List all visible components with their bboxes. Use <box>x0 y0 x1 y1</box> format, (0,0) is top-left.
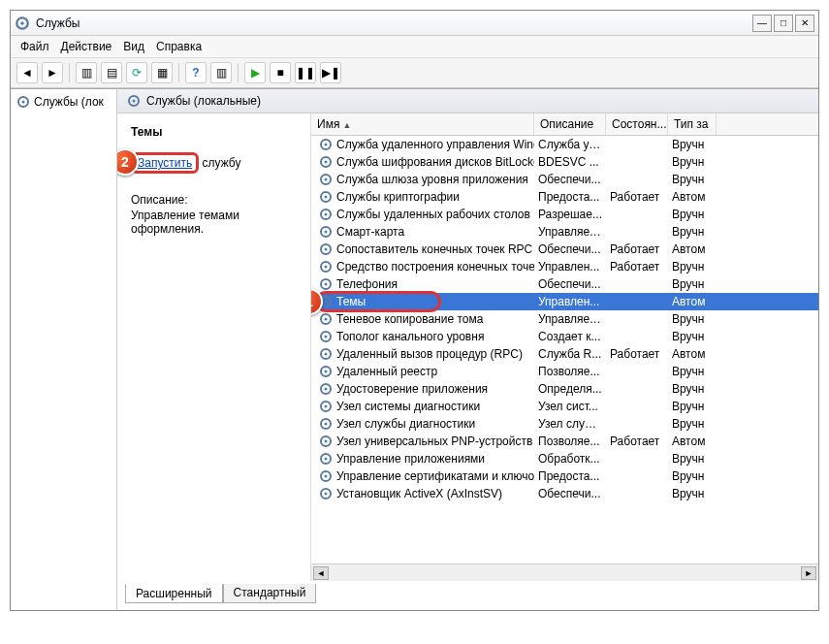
window-title: Службы <box>36 16 752 30</box>
column-name[interactable]: Имя▲ <box>311 113 534 135</box>
menubar: Файл Действие Вид Справка <box>11 36 818 58</box>
table-row[interactable]: Узел службы диагностикиУзел служ...Вручн <box>311 415 818 433</box>
table-row[interactable]: Службы удаленных рабочих столовРазрешае.… <box>311 206 818 223</box>
cell-type: Вручн <box>668 173 717 186</box>
table-row[interactable]: Тополог канального уровняСоздает к...Вру… <box>311 328 818 345</box>
cell-name: Удаленный реестр <box>315 365 534 378</box>
right-panel: Службы (локальные) Темы 2 Запустить служ… <box>117 89 818 610</box>
cell-name: Средство построения конечных точек... <box>315 260 534 274</box>
horizontal-scrollbar[interactable]: ◄ ► <box>311 564 818 581</box>
table-row[interactable]: Удаленный реестрПозволяе...Вручн <box>311 363 818 380</box>
table-row[interactable]: Служба шифрования дисков BitLockerBDESVC… <box>311 153 818 171</box>
help-button[interactable]: ? <box>185 62 207 83</box>
details-button[interactable]: ▥ <box>210 62 232 83</box>
separator <box>178 63 179 82</box>
start-service-link[interactable]: Запустить <box>138 156 192 170</box>
tree-panel[interactable]: Службы (лок <box>11 89 117 610</box>
columns-area: Темы 2 Запустить службу Описание: Управл… <box>117 113 818 581</box>
cell-name: Установщик ActiveX (AxInstSV) <box>315 487 534 500</box>
table-row[interactable]: Удостоверение приложенияОпределя...Вручн <box>311 380 818 398</box>
start-suffix: службу <box>199 156 240 170</box>
gear-icon <box>319 312 333 326</box>
gear-icon <box>319 330 333 343</box>
list-body[interactable]: Служба удаленного управления Wind...Служ… <box>311 136 818 564</box>
separator <box>238 63 239 82</box>
close-button[interactable]: ✕ <box>795 15 814 32</box>
cell-type: Вручн <box>668 155 717 169</box>
menu-view[interactable]: Вид <box>123 40 144 53</box>
tree-root-services[interactable]: Службы (лок <box>15 93 112 111</box>
stop-service-button[interactable]: ■ <box>270 62 291 83</box>
column-description[interactable]: Описание <box>534 113 606 135</box>
back-button[interactable]: ◄ <box>16 62 38 83</box>
cell-desc: Управлен... <box>534 295 606 308</box>
cell-desc: Управляет... <box>534 225 606 239</box>
table-row[interactable]: Служба удаленного управления Wind...Служ… <box>311 136 818 153</box>
cell-desc: Управляет... <box>534 312 606 326</box>
export-button[interactable]: ▦ <box>151 62 173 83</box>
table-row[interactable]: Удаленный вызов процедур (RPC)Служба R..… <box>311 345 818 363</box>
cell-desc: BDESVC ... <box>534 155 606 169</box>
table-row[interactable]: Служба шлюза уровня приложенияОбеспечи..… <box>311 171 818 188</box>
menu-action[interactable]: Действие <box>61 40 112 53</box>
table-row[interactable]: Смарт-картаУправляет...Вручн <box>311 223 818 241</box>
cell-desc: Узел сист... <box>534 400 606 413</box>
refresh-button[interactable]: ⟳ <box>126 62 147 83</box>
cell-desc: Служба R... <box>534 347 606 361</box>
gear-icon <box>319 173 333 186</box>
table-row[interactable]: Управление приложениямиОбработк...Вручн <box>311 450 818 467</box>
cell-desc: Обработк... <box>534 452 606 466</box>
gear-icon <box>16 95 30 109</box>
cell-name: Узел службы диагностики <box>315 417 534 431</box>
table-row[interactable]: ТелефонияОбеспечи...Вручн <box>311 275 818 293</box>
column-startup-type[interactable]: Тип за <box>668 113 717 135</box>
column-state[interactable]: Состоян... <box>606 113 668 135</box>
start-service-button[interactable]: ▶ <box>244 62 266 83</box>
selected-service-name: Темы <box>131 125 297 139</box>
restart-service-button[interactable]: ▶❚ <box>320 62 341 83</box>
menu-file[interactable]: Файл <box>20 40 49 53</box>
table-row[interactable]: Узел системы диагностикиУзел сист...Вруч… <box>311 398 818 415</box>
pause-service-button[interactable]: ❚❚ <box>295 62 316 83</box>
table-row[interactable]: Службы криптографииПредоста...РаботаетАв… <box>311 188 818 206</box>
services-app-icon <box>15 16 30 31</box>
cell-desc: Обеспечи... <box>534 173 606 186</box>
cell-desc: Разрешае... <box>534 208 606 221</box>
cell-name: Управление сертификатами и ключо... <box>315 469 534 483</box>
minimize-button[interactable]: — <box>752 15 772 32</box>
table-row[interactable]: Управление сертификатами и ключо...Предо… <box>311 467 818 485</box>
show-hide-tree-button[interactable]: ▥ <box>76 62 97 83</box>
table-row[interactable]: Сопоставитель конечных точек RPCОбеспечи… <box>311 241 818 258</box>
cell-type: Вручн <box>668 469 717 483</box>
cell-state: Работает <box>606 347 668 361</box>
gear-icon <box>319 242 333 256</box>
menu-help[interactable]: Справка <box>156 40 202 53</box>
maximize-button[interactable]: □ <box>774 15 793 32</box>
cell-type: Вручн <box>668 208 717 221</box>
cell-name: Служба шифрования дисков BitLocker <box>315 155 534 169</box>
sort-asc-icon: ▲ <box>342 120 351 130</box>
cell-name: Тополог канального уровня <box>315 330 534 343</box>
table-row[interactable]: Теневое копирование томаУправляет...Вруч… <box>311 310 818 328</box>
description-label: Описание: <box>131 193 297 207</box>
tab-extended[interactable]: Расширенный <box>125 584 223 603</box>
scroll-right-button[interactable]: ► <box>801 566 816 580</box>
cell-state: Работает <box>606 242 668 256</box>
cell-name: Смарт-карта <box>315 225 534 239</box>
table-row[interactable]: Установщик ActiveX (AxInstSV)Обеспечи...… <box>311 485 818 502</box>
scroll-left-button[interactable]: ◄ <box>313 566 329 580</box>
tab-standard[interactable]: Стандартный <box>223 584 317 603</box>
list-header: Имя▲ Описание Состоян... Тип за <box>311 113 818 136</box>
gear-icon <box>319 382 333 396</box>
titlebar[interactable]: Службы — □ ✕ <box>11 11 818 36</box>
cell-type: Вручн <box>668 330 717 343</box>
table-row[interactable]: Средство построения конечных точек...Упр… <box>311 258 818 275</box>
table-row[interactable]: ТемыУправлен...Автом <box>311 293 818 310</box>
tree-root-label: Службы (лок <box>34 95 104 109</box>
cell-desc: Предоста... <box>534 190 606 204</box>
export-icon: ▦ <box>157 66 168 80</box>
properties-button[interactable]: ▤ <box>101 62 122 83</box>
cell-name: Узел универсальных PNP-устройств <box>315 435 534 448</box>
forward-button[interactable]: ► <box>42 62 63 83</box>
table-row[interactable]: Узел универсальных PNP-устройствПозволяе… <box>311 433 818 450</box>
